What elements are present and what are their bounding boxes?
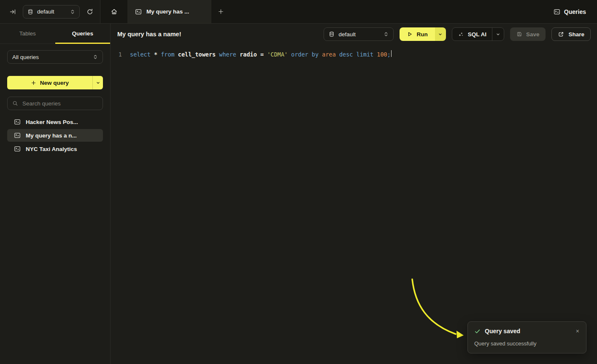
code-token-num: 100	[377, 51, 387, 58]
query-terminal-icon	[14, 146, 21, 152]
code-token-field: area	[322, 51, 339, 58]
code-token-kw: limit	[357, 51, 377, 58]
query-filter-value: All queries	[12, 54, 39, 60]
new-query-button[interactable]: New query	[7, 76, 103, 89]
query-list-item-nyc-taxi[interactable]: NYC Taxi Analytics	[7, 143, 103, 155]
tab-tables[interactable]: Tables	[0, 24, 55, 43]
sort-icon	[384, 32, 389, 37]
topbar-database-value: default	[37, 8, 54, 15]
query-list-item-hacker-news[interactable]: Hacker News Pos...	[7, 116, 103, 128]
queries-indicator-label: Queries	[564, 8, 586, 15]
sql-ai-label: SQL AI	[468, 31, 486, 38]
app-root: default My query has ...	[0, 0, 597, 364]
collapse-sidebar-button[interactable]	[7, 6, 19, 18]
query-list: Hacker News Pos... My query has a n... N…	[7, 116, 103, 155]
query-item-label: My query has a n...	[26, 132, 77, 139]
run-dropdown[interactable]	[435, 27, 446, 41]
code-token-kw: desc	[339, 51, 357, 58]
search-queries-input[interactable]	[22, 100, 98, 107]
share-icon	[558, 31, 564, 38]
toast-header: Query saved ×	[474, 328, 580, 334]
database-icon	[27, 9, 33, 15]
new-query-label: New query	[40, 80, 69, 86]
sql-ai-button-group: SQL AI	[452, 27, 504, 41]
code-token-op: =	[260, 51, 267, 58]
check-icon	[474, 328, 481, 334]
topbar-database-selector[interactable]: default	[23, 5, 80, 19]
new-query-main[interactable]: New query	[7, 76, 92, 89]
refresh-icon	[86, 8, 93, 15]
chevron-down-icon	[96, 81, 100, 85]
query-list-item-my-query[interactable]: My query has a n...	[7, 129, 103, 142]
toast-message: Query saved successfully	[474, 340, 580, 347]
main-panel: My query has a name! default	[111, 24, 597, 364]
close-icon: ×	[576, 328, 579, 334]
sql-editor[interactable]: 1 select * from cell_towers where radio …	[111, 45, 597, 59]
sort-icon	[70, 9, 75, 14]
editor-database-selector[interactable]: default	[324, 27, 394, 41]
home-icon	[111, 8, 118, 15]
share-button[interactable]: Share	[551, 27, 591, 41]
code-token-ident: radio	[240, 51, 260, 58]
query-item-label: Hacker News Pos...	[26, 119, 78, 125]
toast-query-saved: Query saved × Query saved successfully	[467, 321, 586, 353]
query-terminal-icon	[14, 119, 21, 125]
collapse-sidebar-icon	[9, 8, 16, 15]
plus-icon	[31, 80, 36, 86]
run-button[interactable]: Run	[400, 27, 435, 41]
save-label: Save	[526, 31, 540, 38]
body-row: Tables Queries All queries New query	[0, 24, 597, 364]
search-icon	[12, 100, 18, 106]
chevron-down-icon	[438, 32, 443, 37]
queries-indicator[interactable]: Queries	[554, 0, 586, 23]
sql-ai-button[interactable]: SQL AI	[452, 28, 492, 40]
topbar: default My query has ...	[0, 0, 597, 24]
search-queries-box	[7, 97, 103, 110]
new-tab-button[interactable]	[211, 0, 230, 23]
query-terminal-icon	[14, 132, 21, 139]
code-line: 1 select * from cell_towers where radio …	[118, 50, 593, 59]
code-token-ident: cell_towers	[178, 51, 219, 58]
code-token-kw: order by	[291, 51, 322, 58]
editor-header: My query has a name! default	[111, 24, 597, 45]
save-button[interactable]: Save	[510, 27, 546, 41]
run-label: Run	[416, 31, 427, 38]
tab-my-query[interactable]: My query has ...	[127, 0, 211, 23]
code-token-kw: from	[161, 51, 178, 58]
code-token-op: *	[154, 51, 161, 58]
code-token-kw: where	[219, 51, 240, 58]
sort-icon	[93, 54, 98, 59]
share-label: Share	[568, 31, 584, 38]
sparkle-ai-icon	[458, 31, 464, 38]
sidebar-tabs: Tables Queries	[0, 24, 110, 44]
text-cursor	[391, 50, 392, 57]
code-token-punct: ;	[387, 51, 391, 58]
sql-ai-dropdown[interactable]	[492, 28, 504, 40]
chevron-down-icon	[496, 32, 500, 37]
query-filter-select[interactable]: All queries	[7, 50, 103, 64]
tabstrip: My query has ... Queries	[100, 0, 597, 23]
tab-queries[interactable]: Queries	[55, 24, 111, 43]
topbar-left-section: default	[0, 0, 100, 23]
query-title: My query has a name!	[117, 31, 181, 38]
home-button[interactable]	[100, 0, 127, 23]
save-icon	[516, 31, 522, 37]
sidebar-body: All queries New query	[0, 44, 110, 155]
tab-queries-label: Queries	[72, 30, 93, 37]
refresh-button[interactable]	[84, 6, 96, 18]
toast-close-button[interactable]: ×	[575, 328, 580, 334]
tab-label: My query has ...	[146, 8, 189, 15]
run-button-group: Run	[400, 27, 446, 41]
line-number: 1	[118, 50, 122, 59]
database-icon	[329, 31, 335, 37]
code-token-kw: select	[130, 51, 154, 58]
editor-database-value: default	[338, 31, 356, 38]
toast-title: Query saved	[485, 328, 520, 334]
sidebar: Tables Queries All queries New query	[0, 24, 111, 364]
play-icon	[407, 31, 413, 37]
query-terminal-icon	[554, 8, 560, 15]
code-content: select * from cell_towers where radio = …	[130, 50, 391, 59]
new-query-dropdown[interactable]	[92, 76, 103, 89]
tab-tables-label: Tables	[19, 30, 36, 37]
annotation-arrow	[111, 24, 597, 364]
